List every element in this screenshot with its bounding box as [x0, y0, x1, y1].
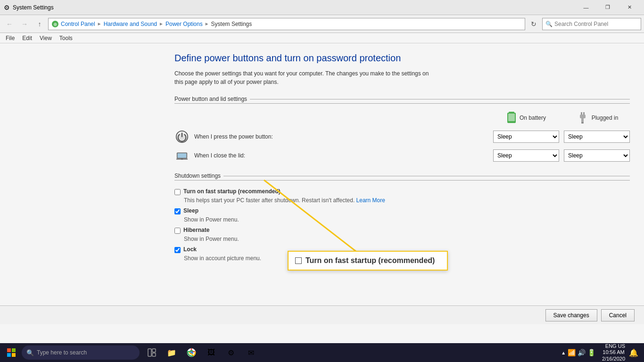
fast-startup-item: Turn on fast startup (recommended) This … — [174, 188, 630, 204]
section-power-button: Power button and lid settings On battery — [174, 96, 630, 163]
taskbar-chrome[interactable] — [182, 344, 201, 362]
content-area: Define power buttons and turn on passwor… — [0, 43, 644, 343]
save-changes-button[interactable]: Save changes — [545, 309, 597, 321]
column-headers: On battery Plugged in — [174, 111, 630, 124]
sleep-sublabel: Show in Power menu. — [184, 216, 630, 223]
time-display: 10:56 AM — [602, 349, 625, 355]
lock-checkbox[interactable] — [174, 247, 181, 253]
menu-view[interactable]: View — [36, 33, 56, 43]
tray-network[interactable]: 📶 — [568, 349, 576, 356]
close-button[interactable]: ✕ — [619, 0, 640, 15]
window-title: System Settings — [13, 4, 54, 11]
taskbar-search-icon: 🔍 — [26, 349, 34, 356]
svg-rect-7 — [580, 115, 586, 118]
menu-edit[interactable]: Edit — [18, 33, 36, 43]
lid-battery-dropdown-col: Do nothing Sleep Hibernate Shut down Tur… — [493, 149, 559, 162]
search-box: 🔍 — [542, 18, 641, 30]
power-button-label: When I press the power button: — [194, 133, 273, 140]
tray-chevron[interactable]: ▲ — [561, 350, 566, 355]
system-tray: ▲ 📶 🔊 🔋 — [561, 349, 595, 356]
taskbar-search-box[interactable]: 🔍 Type here to search — [22, 346, 140, 360]
sleep-checkbox[interactable] — [174, 208, 181, 214]
title-bar: ⚙ System Settings — ❐ ✕ — [0, 0, 644, 15]
menu-bar: File Edit View Tools — [0, 33, 644, 43]
power-button-icon — [174, 129, 190, 144]
hibernate-item: Hibernate Show in Power menu. — [174, 227, 630, 242]
breadcrumb-hardware[interactable]: Hardware and Sound — [104, 21, 157, 27]
bottom-bar: Save changes Cancel — [0, 305, 644, 324]
address-bar: ← → ↑ ⊕ Control Panel ► Hardware and Sou… — [0, 15, 644, 33]
fast-startup-checkbox[interactable] — [174, 189, 181, 195]
title-bar-controls: — ❐ ✕ — [575, 0, 640, 15]
section-power-header: Power button and lid settings — [174, 96, 630, 104]
lock-item: Lock Show in account picture menu. — [174, 246, 630, 262]
clock-area: ENG US 10:56 AM 2/16/2020 — [602, 343, 625, 362]
tray-volume[interactable]: 🔊 — [578, 349, 586, 356]
svg-rect-20 — [7, 353, 11, 357]
lid-battery-select[interactable]: Do nothing Sleep Hibernate Shut down Tur… — [493, 149, 559, 162]
section-shutdown: Shutdown settings Turn on fast startup (… — [174, 173, 630, 262]
breadcrumb: ⊕ Control Panel ► Hardware and Sound ► P… — [48, 18, 525, 30]
taskbar-mail[interactable]: ✉ — [241, 344, 260, 362]
lid-plugged-select[interactable]: Do nothing Sleep Hibernate Shut down Tur… — [564, 149, 630, 162]
svg-rect-18 — [7, 348, 11, 352]
menu-tools[interactable]: Tools — [56, 33, 76, 43]
battery-icon — [506, 111, 517, 124]
svg-rect-23 — [152, 349, 156, 352]
up-button[interactable]: ↑ — [33, 17, 46, 31]
lid-label: When I close the lid: — [194, 152, 245, 159]
clock[interactable]: 10:56 AM 2/16/2020 — [602, 349, 625, 362]
taskbar-right: ▲ 📶 🔊 🔋 ENG US 10:56 AM 2/16/2020 🔔 — [561, 343, 642, 362]
breadcrumb-power-options[interactable]: Power Options — [165, 21, 203, 27]
tray-lang: ENG US — [605, 343, 625, 349]
page-description: Choose the power settings that you want … — [174, 69, 438, 86]
col-battery: On battery — [493, 111, 559, 124]
maximize-button[interactable]: ❐ — [597, 0, 619, 15]
fast-startup-note: This helps start your PC faster after sh… — [184, 197, 630, 204]
tray-notification[interactable]: 🔔 — [629, 348, 638, 357]
sleep-label[interactable]: Sleep — [183, 207, 198, 214]
power-battery-select[interactable]: Do nothing Sleep Hibernate Shut down Tur… — [493, 131, 559, 143]
power-battery-dropdown-col: Do nothing Sleep Hibernate Shut down Tur… — [493, 131, 559, 143]
sleep-item: Sleep Show in Power menu. — [174, 207, 630, 223]
section-shutdown-header: Shutdown settings — [174, 173, 630, 181]
svg-point-15 — [181, 159, 183, 160]
hibernate-label[interactable]: Hibernate — [183, 227, 209, 233]
minimize-button[interactable]: — — [575, 0, 597, 15]
svg-rect-21 — [12, 353, 16, 357]
hibernate-sublabel: Show in Power menu. — [184, 236, 630, 242]
search-input[interactable] — [554, 21, 638, 27]
breadcrumb-control-panel[interactable]: Control Panel — [61, 21, 95, 27]
back-button[interactable]: ← — [3, 17, 16, 31]
taskbar-search-placeholder: Type here to search — [37, 349, 87, 356]
refresh-button[interactable]: ↻ — [527, 17, 540, 31]
power-plugged-dropdown-col: Do nothing Sleep Hibernate Shut down Tur… — [564, 131, 630, 143]
lock-sublabel: Show in account picture menu. — [184, 255, 630, 262]
taskbar-file-explorer[interactable]: 📁 — [162, 344, 181, 362]
cancel-button[interactable]: Cancel — [601, 309, 635, 321]
learn-more-link[interactable]: Learn More — [356, 197, 385, 204]
start-button[interactable] — [2, 344, 21, 362]
svg-rect-8 — [581, 118, 584, 122]
hibernate-checkbox[interactable] — [174, 228, 181, 234]
taskbar-pinned-icons: 📁 🖼 ⚙ ✉ — [142, 344, 260, 362]
taskbar-task-view[interactable] — [142, 344, 161, 362]
inner-content: Define power buttons and turn on passwor… — [0, 43, 644, 324]
taskbar: 🔍 Type here to search 📁 🖼 ⚙ ✉ ▲ — [0, 343, 644, 362]
taskbar-photos[interactable]: 🖼 — [202, 344, 221, 362]
lid-icon — [174, 148, 190, 163]
svg-text:⊕: ⊕ — [53, 22, 57, 27]
lock-label[interactable]: Lock — [183, 246, 197, 253]
menu-file[interactable]: File — [2, 33, 18, 43]
forward-button[interactable]: → — [18, 17, 31, 31]
app-icon: ⚙ — [4, 4, 10, 11]
fast-startup-label[interactable]: Turn on fast startup (recommended) — [183, 188, 281, 195]
lid-plugged-dropdown-col: Do nothing Sleep Hibernate Shut down Tur… — [564, 149, 630, 162]
taskbar-settings[interactable]: ⚙ — [222, 344, 240, 362]
svg-rect-19 — [12, 348, 16, 352]
page-title: Define power buttons and turn on passwor… — [174, 53, 630, 64]
power-plugged-select[interactable]: Do nothing Sleep Hibernate Shut down Tur… — [564, 131, 630, 143]
tray-battery-taskbar[interactable]: 🔋 — [587, 349, 595, 356]
svg-rect-13 — [178, 153, 187, 157]
svg-rect-2 — [509, 112, 514, 113]
